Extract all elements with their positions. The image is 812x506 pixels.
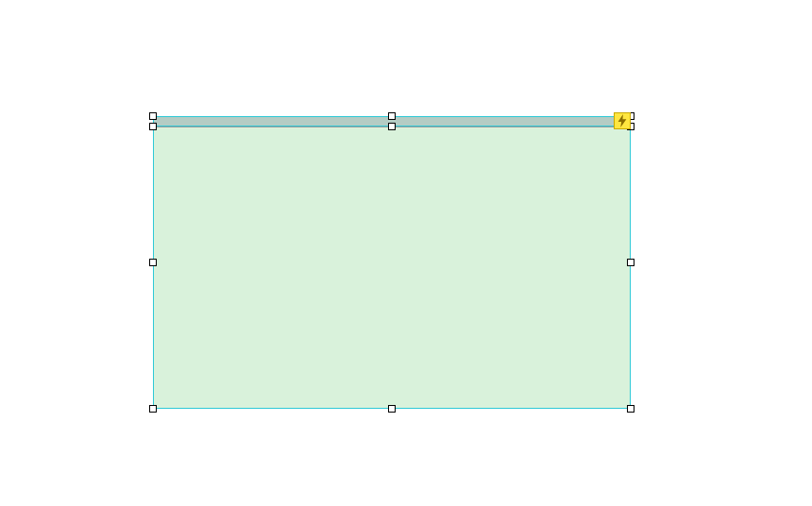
- selection-handle-outer-panel-sw[interactable]: [149, 405, 157, 413]
- panel-object[interactable]: [153, 116, 631, 409]
- lightning-icon: [617, 114, 627, 127]
- selection-handle-top-bar-s[interactable]: [388, 123, 396, 130]
- design-canvas[interactable]: [0, 0, 812, 506]
- selection-handle-outer-panel-w[interactable]: [149, 259, 157, 266]
- svg-marker-0: [618, 114, 627, 127]
- selection-handle-outer-panel-se[interactable]: [627, 405, 634, 413]
- selection-handle-outer-panel-s[interactable]: [388, 405, 396, 413]
- selection-handle-top-bar-n[interactable]: [388, 112, 396, 120]
- selection-handle-top-bar-nw[interactable]: [149, 112, 157, 120]
- selection-handle-outer-panel-e[interactable]: [627, 259, 634, 266]
- lightning-actions-badge[interactable]: [614, 112, 631, 129]
- selection-handle-top-bar-sw[interactable]: [149, 123, 157, 130]
